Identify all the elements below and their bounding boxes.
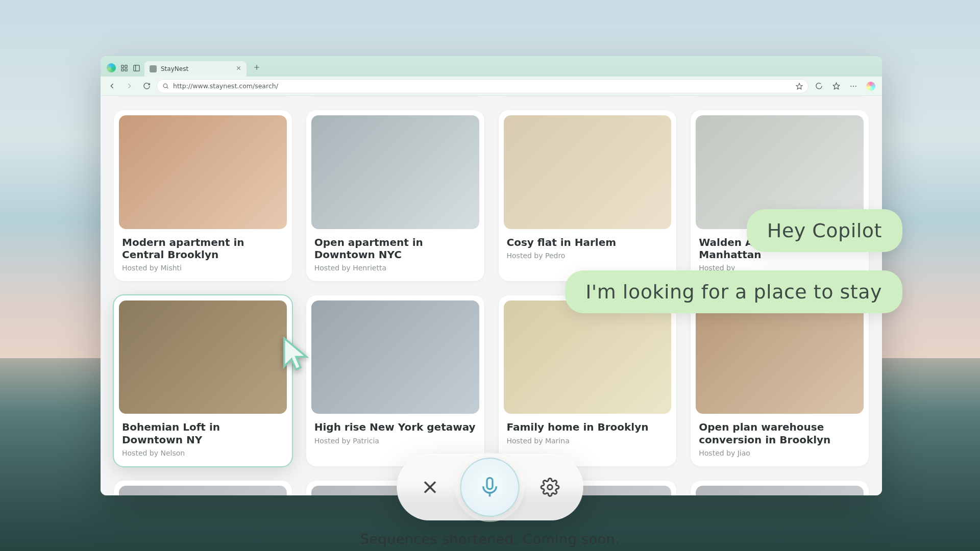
edge-logo-icon: [107, 63, 116, 72]
listing-image: [311, 115, 479, 229]
listing-title: Cosy flat in Harlem: [507, 236, 669, 248]
copilot-bubble-text: Hey Copilot: [767, 219, 882, 242]
listing-title: High rise New York getaway: [314, 421, 476, 433]
cursor-icon: [281, 337, 311, 372]
microphone-icon: [479, 476, 501, 498]
more-menu-icon[interactable]: [846, 79, 861, 93]
listing-image: [119, 115, 287, 229]
listing-title: Modern apartment in Central Brooklyn: [122, 236, 284, 261]
listing-card-highlighted[interactable]: Bohemian Loft in Downtown NY Hosted by N…: [114, 295, 292, 466]
listing-image: [696, 486, 864, 495]
extensions-icon[interactable]: [812, 79, 826, 93]
svg-point-10: [163, 84, 167, 88]
listing-card[interactable]: Walden Apartment in Manhattan Hosted by: [691, 110, 869, 281]
favorite-star-icon[interactable]: [796, 83, 803, 90]
listing-host: Hosted by Henrietta: [314, 264, 476, 272]
listing-host: Hosted by Jiao: [699, 449, 861, 457]
favorites-icon[interactable]: [829, 79, 843, 93]
svg-point-16: [855, 85, 856, 86]
browser-tab[interactable]: StayNest: [144, 61, 247, 77]
svg-rect-1: [125, 65, 127, 67]
svg-rect-0: [121, 65, 123, 67]
workspaces-icon[interactable]: [120, 64, 128, 72]
url-input[interactable]: http://www.staynest.com/search/: [157, 79, 808, 93]
mic-button[interactable]: [460, 458, 520, 517]
svg-rect-19: [487, 478, 493, 489]
copilot-bubble-text: I'm looking for a place to stay: [585, 281, 882, 303]
listing-card[interactable]: Modern apartment in Central Brooklyn Hos…: [114, 110, 292, 281]
listing-host: Hosted by Nelson: [122, 449, 284, 457]
listing-host: Hosted by Mishti: [122, 264, 284, 272]
copilot-dock: [397, 454, 583, 520]
listing-image: [696, 300, 864, 414]
listing-card[interactable]: Open apartment in Downtown NYC Hosted by…: [306, 110, 484, 281]
listing-card[interactable]: [691, 481, 869, 495]
svg-marker-12: [796, 83, 802, 89]
listing-title: Family home in Brooklyn: [507, 421, 669, 433]
search-icon: [162, 83, 169, 89]
settings-button[interactable]: [532, 469, 568, 505]
listing-image: [119, 486, 287, 495]
listing-title: Bohemian Loft in Downtown NY: [122, 421, 284, 446]
refresh-button[interactable]: [139, 79, 154, 93]
gear-icon: [540, 478, 559, 497]
new-tab-button[interactable]: [251, 61, 263, 73]
listing-card[interactable]: [114, 481, 292, 495]
listing-image: [119, 300, 287, 414]
tab-close-icon[interactable]: [236, 65, 241, 72]
svg-point-21: [548, 485, 553, 490]
listing-host: Hosted by Patricia: [314, 437, 476, 445]
listing-host: Hosted by Pedro: [507, 252, 669, 260]
address-bar: http://www.staynest.com/search/: [101, 77, 882, 96]
svg-line-11: [167, 87, 168, 88]
back-button[interactable]: [105, 79, 119, 93]
listing-card[interactable]: Cosy flat in Harlem Hosted by Pedro: [499, 110, 677, 281]
caption-text: Sequences shortened. Coming soon.: [360, 531, 620, 547]
svg-marker-13: [833, 83, 840, 89]
url-text: http://www.staynest.com/search/: [173, 82, 278, 90]
svg-rect-2: [121, 68, 123, 70]
svg-rect-3: [125, 68, 127, 70]
listing-card[interactable]: Family home in Brooklyn Hosted by Marina: [499, 295, 677, 466]
copilot-bubble: Hey Copilot: [747, 209, 902, 252]
listing-card[interactable]: High rise New York getaway Hosted by Pat…: [306, 295, 484, 466]
listing-image: [504, 300, 672, 414]
listing-title: Open apartment in Downtown NYC: [314, 236, 476, 261]
listing-host: Hosted by Marina: [507, 437, 669, 445]
tab-favicon-icon: [150, 65, 157, 72]
copilot-sidebar-icon[interactable]: [864, 79, 878, 93]
listing-card[interactable]: Open plan warehouse conversion in Brookl…: [691, 295, 869, 466]
svg-point-15: [853, 85, 854, 86]
forward-button[interactable]: [122, 79, 136, 93]
tab-bar: StayNest: [101, 56, 882, 77]
svg-rect-4: [133, 65, 139, 70]
vertical-tabs-icon[interactable]: [132, 64, 140, 72]
tab-title: StayNest: [161, 65, 188, 72]
close-icon: [421, 478, 439, 496]
svg-point-14: [850, 85, 851, 86]
listing-title: Open plan warehouse conversion in Brookl…: [699, 421, 861, 446]
listing-image: [311, 300, 479, 414]
listing-image: [504, 115, 672, 229]
close-button[interactable]: [412, 469, 448, 505]
copilot-bubble: I'm looking for a place to stay: [565, 270, 902, 313]
